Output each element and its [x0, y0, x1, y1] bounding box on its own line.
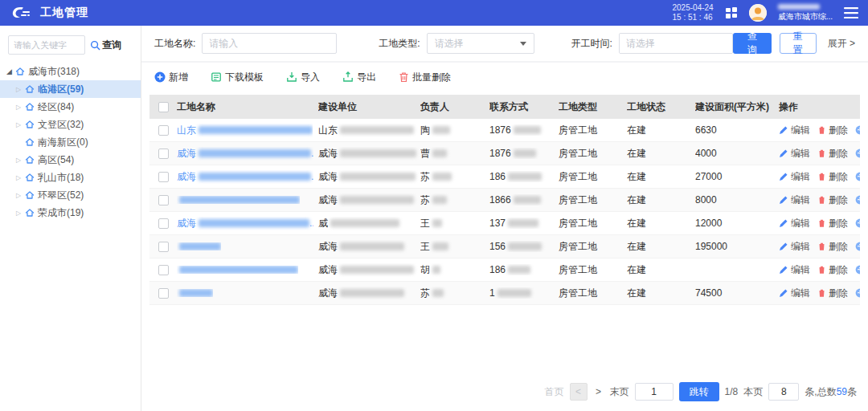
jump-button[interactable]: 跳转 — [679, 382, 719, 401]
prev-page-button: < — [570, 383, 588, 401]
site-name-link[interactable] — [177, 289, 213, 297]
tree-item[interactable]: 南海新区(0) — [0, 133, 141, 151]
toolbar-plus-circle[interactable]: 新增 — [154, 71, 188, 84]
tree-item-label: 环翠区(52) — [38, 189, 84, 202]
start-time-picker[interactable] — [619, 33, 733, 54]
delete-icon — [817, 172, 826, 181]
delete-action[interactable]: 删除 — [817, 147, 848, 161]
dust-action[interactable]: 扬尘 — [855, 287, 860, 300]
site-type-select[interactable]: 请选择 — [427, 33, 534, 54]
toolbar-import[interactable]: 导入 — [286, 71, 320, 84]
site-status-cell: 在建 — [627, 170, 695, 184]
tree-caret-icon[interactable]: ▷ — [16, 192, 25, 199]
user-avatar[interactable] — [749, 4, 767, 22]
site-name-link[interactable] — [177, 242, 221, 250]
dust-action[interactable]: 扬尘 — [855, 217, 860, 230]
tree-item[interactable]: ▷ 乳山市(18) — [0, 169, 141, 186]
delete-action[interactable]: 删除 — [817, 263, 848, 277]
edit-action[interactable]: 编辑 — [779, 124, 810, 137]
grid-apps-icon[interactable] — [725, 6, 738, 19]
site-name-link[interactable]: 威海... — [177, 217, 313, 230]
row-checkbox[interactable] — [158, 242, 169, 252]
toolbar-export[interactable]: 导出 — [342, 71, 376, 84]
hamburger-menu-icon[interactable] — [844, 7, 858, 18]
area-cell: 74500 — [695, 287, 779, 299]
edit-action[interactable]: 编辑 — [779, 147, 810, 161]
site-name-link[interactable]: 山东 — [177, 124, 313, 137]
expand-link[interactable]: 展开 > — [828, 37, 855, 51]
delete-icon — [817, 195, 826, 205]
page-size-input[interactable] — [768, 383, 799, 401]
phone-cell: 156 — [489, 241, 559, 252]
site-status-cell: 在建 — [627, 147, 695, 161]
dust-action[interactable]: 扬尘 — [855, 170, 860, 184]
sidebar-search-label: 查询 — [102, 39, 121, 52]
tree-caret-icon[interactable]: ▷ — [16, 86, 25, 93]
tree-item[interactable]: ▷ 高区(54) — [0, 151, 141, 169]
house-icon — [25, 190, 35, 200]
delete-icon — [817, 218, 826, 228]
site-name-link[interactable] — [177, 196, 300, 204]
row-checkbox[interactable] — [158, 172, 169, 182]
row-actions: 编辑删除扬尘 — [779, 170, 860, 184]
tree-item[interactable]: ▷ 文登区(32) — [0, 116, 141, 133]
edit-action[interactable]: 编辑 — [779, 287, 810, 300]
edit-action[interactable]: 编辑 — [779, 240, 810, 254]
delete-action[interactable]: 删除 — [817, 217, 848, 230]
edit-action[interactable]: 编辑 — [779, 263, 810, 277]
edit-icon — [779, 265, 788, 275]
delete-action[interactable]: 删除 — [817, 240, 848, 254]
edit-action[interactable]: 编辑 — [779, 170, 810, 184]
last-page-link[interactable]: 末页 — [610, 385, 629, 399]
tree-caret-icon[interactable]: ▷ — [16, 104, 25, 111]
site-name-input[interactable] — [202, 33, 337, 54]
row-checkbox[interactable] — [158, 195, 169, 206]
delete-action[interactable]: 删除 — [817, 287, 848, 300]
edit-action[interactable]: 编辑 — [779, 193, 810, 207]
dust-action[interactable]: 扬尘 — [855, 147, 860, 161]
next-page-button[interactable]: > — [593, 386, 604, 397]
site-type-cell: 房管工地 — [559, 217, 627, 230]
dust-action[interactable]: 扬尘 — [855, 124, 860, 137]
row-checkbox[interactable] — [158, 218, 169, 229]
dust-action[interactable]: 扬尘 — [855, 193, 860, 207]
reset-button[interactable]: 重置 — [780, 33, 817, 54]
tree-item[interactable]: ▷ 环翠区(52) — [0, 186, 141, 204]
time-text: 15 : 51 : 46 — [673, 13, 714, 23]
row-checkbox[interactable] — [158, 149, 169, 159]
toolbar-batch-delete[interactable]: 批量删除 — [399, 71, 451, 84]
tree-item[interactable]: ▷ 经区(84) — [0, 98, 141, 116]
tree-caret-icon[interactable]: ▷ — [16, 121, 25, 128]
site-name-link[interactable]: 威海... — [177, 170, 313, 184]
dust-action[interactable]: 扬尘 — [855, 263, 860, 277]
search-button[interactable]: 查询 — [733, 33, 772, 54]
edit-action[interactable]: 编辑 — [779, 217, 810, 230]
build-unit-cell: 威海 — [318, 263, 420, 277]
tree-item[interactable]: ▷ 临港区(59) — [0, 80, 141, 98]
tree-item[interactable]: ◢ 威海市(318) — [0, 63, 141, 80]
select-all-checkbox[interactable] — [158, 102, 169, 112]
tree-item[interactable]: ▷ 荣成市(19) — [0, 204, 141, 222]
user-info[interactable]: 威海市城市综... — [778, 4, 833, 22]
keyword-search-input[interactable] — [8, 35, 85, 55]
start-time-input[interactable] — [620, 34, 733, 53]
row-checkbox[interactable] — [158, 288, 169, 299]
batch-delete-icon — [399, 71, 409, 83]
page-number-input[interactable] — [635, 383, 674, 401]
site-name-link[interactable]: 威海... — [177, 147, 313, 161]
delete-action[interactable]: 删除 — [817, 124, 848, 137]
tree-caret-icon[interactable]: ▷ — [16, 157, 25, 164]
site-name-link[interactable] — [177, 266, 298, 274]
sidebar-search-button[interactable]: 查询 — [90, 39, 121, 52]
row-checkbox[interactable] — [158, 125, 169, 136]
tree-caret-icon[interactable]: ▷ — [16, 210, 25, 217]
row-checkbox[interactable] — [158, 265, 169, 275]
tree-caret-icon[interactable]: ▷ — [16, 174, 25, 181]
area-cell: 12000 — [695, 218, 779, 229]
delete-action[interactable]: 删除 — [817, 170, 848, 184]
tree-caret-icon[interactable]: ◢ — [6, 67, 15, 75]
toolbar-download-template[interactable]: 下载模板 — [211, 71, 264, 84]
dust-action[interactable]: 扬尘 — [855, 240, 860, 254]
download-template-icon — [211, 71, 222, 83]
delete-action[interactable]: 删除 — [817, 193, 848, 207]
